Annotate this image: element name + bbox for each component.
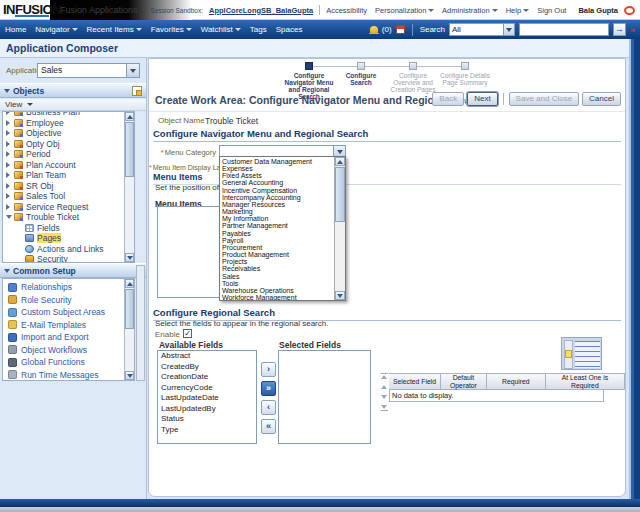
scrollbar-thumb[interactable]	[125, 122, 134, 177]
tree-item[interactable]: SR Obj	[3, 181, 124, 192]
nav-menu-item[interactable]: Home	[5, 25, 26, 34]
application-select[interactable]: Sales	[37, 63, 140, 78]
available-field-option[interactable]: LastUpdateDate	[158, 393, 256, 404]
dropdown-option[interactable]: Payroll	[220, 237, 334, 244]
dropdown-option[interactable]: Incentive Compensation	[220, 187, 334, 194]
common-setup-scrollbar[interactable]	[124, 279, 134, 380]
move-to-top-icon[interactable]	[381, 373, 388, 380]
tree-item[interactable]: Objective	[3, 128, 124, 139]
save-and-close-button[interactable]: Save and Close	[509, 92, 579, 106]
move-left-icon[interactable]	[261, 400, 276, 415]
banner-menu-item[interactable]: Sign Out	[537, 6, 566, 15]
move-all-left-icon[interactable]	[261, 419, 276, 434]
dropdown-option[interactable]: Partner Management	[220, 222, 334, 229]
dropdown-option[interactable]: Marketing	[220, 208, 334, 215]
available-field-option[interactable]: CurrencyCode	[158, 383, 256, 394]
tree-item[interactable]: Employee	[3, 118, 124, 129]
tree-item[interactable]: Trouble Ticket	[3, 212, 124, 223]
search-scope-select[interactable]: All	[449, 23, 515, 36]
move-down-icon[interactable]	[381, 393, 388, 400]
available-fields-listbox[interactable]: Abstract CreatedBy CreationDate Currency…	[157, 350, 257, 444]
common-setup-accordion-header[interactable]: Common Setup	[0, 263, 146, 278]
dropdown-scrollbar[interactable]	[334, 157, 345, 300]
conversation-icon[interactable]	[624, 6, 635, 15]
cancel-button[interactable]: Cancel	[582, 92, 621, 106]
dropdown-option[interactable]: Procurement	[220, 244, 334, 251]
banner-menu-item[interactable]: Personalization	[375, 6, 434, 15]
next-button[interactable]: Next	[467, 92, 497, 106]
tree-item[interactable]: Plan Team	[3, 170, 124, 181]
dropdown-option[interactable]: Sales	[220, 273, 334, 280]
scroll-down-icon[interactable]	[335, 291, 345, 300]
enable-checkbox[interactable]	[183, 329, 192, 338]
scroll-up-icon[interactable]	[125, 112, 134, 121]
common-setup-item[interactable]: Global Functions	[3, 356, 124, 369]
common-setup-item[interactable]: Run Time Messages	[3, 369, 124, 381]
dropdown-option[interactable]: Warehouse Operations	[220, 287, 334, 294]
dropdown-option[interactable]: Fixed Assets	[220, 172, 334, 179]
scrollbar-thumb[interactable]	[125, 289, 134, 329]
available-field-option[interactable]: CreatedBy	[158, 362, 256, 373]
session-sandbox-link[interactable]: ApplCoreLongSB_BalaGupta	[209, 6, 313, 15]
common-setup-item[interactable]: Object Workflows	[3, 344, 124, 357]
dropdown-option[interactable]: Product Management	[220, 251, 334, 258]
chevron-down-icon[interactable]	[503, 24, 514, 35]
tree-item[interactable]: Service Request	[3, 202, 124, 213]
dropdown-option[interactable]: Expenses	[220, 165, 334, 172]
advanced-search-icon[interactable]	[630, 25, 635, 35]
nav-menu-item[interactable]: Navigator	[35, 25, 77, 34]
available-field-option[interactable]: Abstract	[158, 351, 256, 362]
expand-icon[interactable]	[6, 112, 14, 115]
calendar-icon[interactable]	[396, 25, 405, 34]
tree-item[interactable]: Sales Tool	[3, 191, 124, 202]
view-menu[interactable]: View	[0, 99, 146, 111]
dropdown-option[interactable]: Customer Data Management	[220, 158, 334, 165]
back-button[interactable]: Back	[432, 92, 464, 106]
selected-fields-listbox[interactable]	[278, 350, 371, 444]
banner-menu-item[interactable]: Administration	[442, 6, 498, 15]
scrollbar-thumb[interactable]	[335, 167, 345, 222]
tree-scrollbar[interactable]	[124, 112, 134, 262]
scroll-up-icon[interactable]	[125, 279, 134, 288]
scroll-up-icon[interactable]	[335, 157, 345, 166]
scroll-down-icon[interactable]	[125, 253, 134, 262]
available-field-option[interactable]: Type	[158, 425, 256, 436]
dropdown-option[interactable]: Tools	[220, 280, 334, 287]
nav-menu-item[interactable]: Recent Items	[87, 25, 142, 34]
scroll-down-icon[interactable]	[125, 371, 134, 380]
tree-item[interactable]: Actions and Links	[3, 244, 124, 255]
common-setup-item[interactable]: Import and Export	[3, 331, 124, 344]
available-field-option[interactable]: Status	[158, 414, 256, 425]
tree-item[interactable]: Opty Obj	[3, 139, 124, 150]
expand-icon[interactable]	[6, 193, 14, 199]
dropdown-option[interactable]: Receivables	[220, 265, 334, 272]
expand-icon[interactable]	[6, 120, 14, 126]
expand-icon[interactable]	[6, 215, 14, 219]
dropdown-option[interactable]: My Information	[220, 215, 334, 222]
banner-menu-item[interactable]: Accessibility	[326, 6, 367, 15]
expand-icon[interactable]	[6, 204, 14, 210]
tree-item[interactable]: Fields	[3, 223, 124, 234]
dropdown-option[interactable]: General Accounting	[220, 179, 334, 186]
expand-icon[interactable]	[6, 183, 14, 189]
move-all-right-icon[interactable]	[261, 381, 276, 396]
banner-menu-item[interactable]: Help	[506, 6, 529, 15]
move-right-icon[interactable]	[261, 362, 276, 377]
tree-item[interactable]: Security	[3, 254, 124, 262]
nav-menu-item[interactable]: Favorites	[151, 25, 192, 34]
notifications-bell-icon[interactable]	[370, 26, 378, 33]
common-setup-item[interactable]: Role Security	[3, 294, 124, 307]
sidebar-scrollbar[interactable]	[136, 265, 145, 381]
common-setup-item[interactable]: E-Mail Templates	[3, 319, 124, 332]
nav-menu-item[interactable]: Tags	[250, 25, 267, 34]
nav-menu-item[interactable]: Watchlist	[201, 25, 241, 34]
tree-item[interactable]: Plan Account	[3, 160, 124, 171]
expand-icon[interactable]	[6, 151, 14, 157]
tree-item[interactable]: Period	[3, 149, 124, 160]
dropdown-option[interactable]: Intercompany Accounting	[220, 194, 334, 201]
move-up-icon[interactable]	[381, 383, 388, 390]
dropdown-option[interactable]: Projects	[220, 258, 334, 265]
common-setup-item[interactable]: Relationships	[3, 281, 124, 294]
objects-accordion-header[interactable]: Objects	[0, 83, 146, 98]
common-setup-item[interactable]: Custom Subject Areas	[3, 306, 124, 319]
